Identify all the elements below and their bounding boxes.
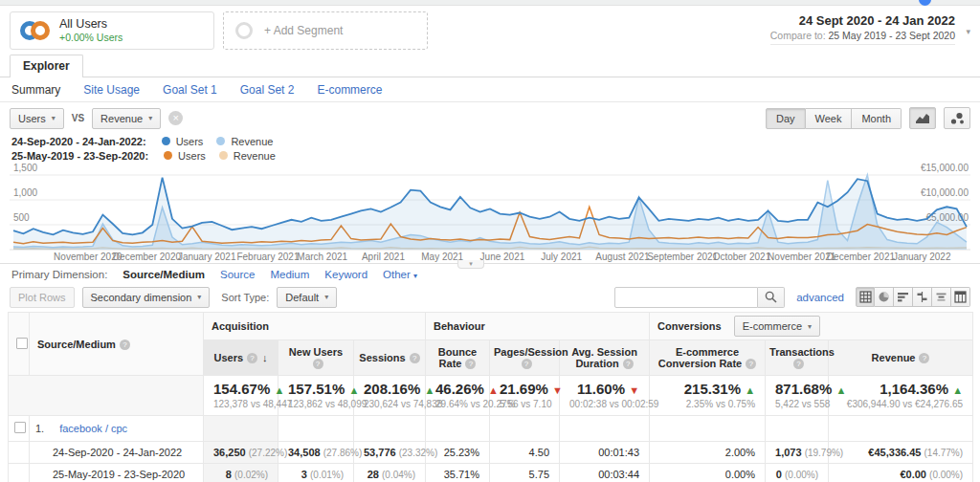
svg-text:December 2020: December 2020 xyxy=(113,252,182,262)
select-all-checkbox[interactable] xyxy=(16,338,28,349)
sort-type-dropdown[interactable]: Default ▾ xyxy=(277,287,337,308)
conversions-goal-value: E-commerce xyxy=(743,320,802,332)
dimension-source-medium[interactable]: Source/Medium xyxy=(122,269,205,280)
help-icon[interactable]: ? xyxy=(247,353,257,363)
dimension-keyword[interactable]: Keyword xyxy=(324,269,368,280)
pivot-view-button[interactable] xyxy=(951,287,970,307)
timeline-chart-area[interactable]: 500€5,000.001,000€10,000.001,500€15,000.… xyxy=(0,162,980,263)
segment-ring-gray-icon xyxy=(235,22,253,39)
chevron-down-icon: ▾ xyxy=(324,293,328,301)
column-header-new-users[interactable]: New Users? xyxy=(278,340,354,376)
chevron-down-icon: ▾ xyxy=(52,114,56,122)
column-header-ecommerce-conversion-rate[interactable]: E-commerce Conversion Rate? xyxy=(650,340,766,376)
svg-text:1,500: 1,500 xyxy=(13,163,37,173)
help-icon[interactable]: ? xyxy=(746,359,756,369)
plot-rows-button[interactable]: Plot Rows xyxy=(10,287,75,308)
compare-value: 25 May 2019 - 23 Sept 2020 xyxy=(828,30,955,41)
dimension-other-dropdown[interactable]: Other ▾ xyxy=(383,269,417,280)
timeline-chart[interactable]: 500€5,000.001,000€10,000.001,500€15,000.… xyxy=(10,162,970,263)
help-icon[interactable]: ? xyxy=(410,353,420,363)
add-segment-button[interactable]: + Add Segment xyxy=(223,11,428,50)
segment-all-users[interactable]: All Users +0.00% Users xyxy=(10,11,214,50)
date-range-selector[interactable]: 24 Sept 2020 - 24 Jan 2022 Compare to: 2… xyxy=(770,13,955,45)
column-header-bounce-rate[interactable]: Bounce Rate? xyxy=(426,340,490,376)
column-header-source-medium[interactable]: Source/Medium? xyxy=(30,313,204,376)
data-table-view-button[interactable] xyxy=(856,287,875,307)
cell-sessions: 53,776 (23.32%) xyxy=(354,442,426,464)
cell-pages-session: 5.75 xyxy=(490,464,560,482)
metric-b-label: Revenue xyxy=(100,113,143,124)
subtab-summary[interactable]: Summary xyxy=(11,83,60,95)
tab-explorer[interactable]: Explorer xyxy=(10,55,83,77)
ecr-header-label: E-commerce Conversion Rate xyxy=(658,346,742,369)
up-arrow-icon: ▲ xyxy=(835,384,846,396)
term-cloud-icon xyxy=(935,291,947,303)
dimension-source[interactable]: Source xyxy=(220,269,255,280)
percentage-view-button[interactable] xyxy=(875,287,894,307)
date-range-caret-icon[interactable]: ▾ xyxy=(966,27,970,36)
svg-text:€10,000.00: €10,000.00 xyxy=(921,187,969,198)
chart-legend: 24-Sep-2020 - 24-Jan-2022: Users Revenue… xyxy=(0,133,980,162)
advanced-search-link[interactable]: advanced xyxy=(796,292,844,303)
totals-ecommerce-conversion-rate: 215.31% ▲2.35% vs 0.75% xyxy=(650,376,766,416)
granularity-week-button[interactable]: Week xyxy=(806,108,853,129)
column-header-pages-session[interactable]: Pages/Session? xyxy=(490,340,560,376)
period-label: 25-May-2019 - 23-Sep-2020 xyxy=(30,464,204,482)
svg-text:August 2021: August 2021 xyxy=(595,252,650,262)
svg-text:December 2021: December 2021 xyxy=(827,252,896,262)
vs-label: VS xyxy=(72,113,84,123)
remove-metric-icon[interactable]: × xyxy=(168,111,183,125)
dimension-medium[interactable]: Medium xyxy=(270,269,309,280)
help-icon[interactable]: ? xyxy=(120,340,130,350)
column-header-transactions[interactable]: Transactions? xyxy=(766,340,829,376)
help-icon[interactable]: ? xyxy=(793,359,804,369)
subtab-goal-set-1[interactable]: Goal Set 1 xyxy=(163,83,217,95)
help-icon[interactable]: ? xyxy=(623,359,634,369)
help-icon[interactable]: ? xyxy=(465,359,476,369)
term-cloud-view-button[interactable] xyxy=(932,287,951,307)
line-chart-view-button[interactable] xyxy=(909,107,936,129)
row-checkbox[interactable] xyxy=(14,422,26,433)
secondary-dimension-dropdown[interactable]: Secondary dimension ▾ xyxy=(82,287,211,308)
search-button[interactable] xyxy=(758,287,785,308)
motion-chart-view-button[interactable] xyxy=(944,107,970,129)
svg-text:500: 500 xyxy=(13,212,30,223)
cell-users: 36,250 (27.22%) xyxy=(204,442,278,464)
subtab-ecommerce[interactable]: E-commerce xyxy=(317,83,382,95)
cell-new-users: 3 (0.01%) xyxy=(278,464,354,482)
table-grid-icon xyxy=(859,291,872,303)
column-header-users[interactable]: Users?↓ xyxy=(204,340,278,376)
column-header-sessions[interactable]: Sessions? xyxy=(354,340,426,376)
transactions-header-label: Transactions xyxy=(769,346,835,358)
granularity-day-button[interactable]: Day xyxy=(766,108,806,129)
column-header-revenue[interactable]: Revenue? xyxy=(829,340,973,376)
up-arrow-icon: ▲ xyxy=(274,384,284,396)
chevron-down-icon: ▾ xyxy=(148,114,152,122)
column-header-avg-session-duration[interactable]: Avg. Session Duration? xyxy=(560,340,650,376)
totals-row: 154.67% ▲123,378 vs 48,447 157.51% ▲123,… xyxy=(9,376,973,416)
comparison-view-button[interactable] xyxy=(913,287,932,307)
conversions-goal-dropdown[interactable]: E-commerce ▾ xyxy=(734,316,820,337)
period-label: 24-Sep-2020 - 24-Jan-2022 xyxy=(30,442,204,464)
totals-sessions: 208.16% ▲230,624 vs 74,838 xyxy=(354,376,426,416)
performance-view-button[interactable] xyxy=(894,287,913,307)
help-icon[interactable]: ? xyxy=(522,359,532,369)
legend-dot-users-previous-icon xyxy=(164,151,172,160)
area-chart-icon xyxy=(915,112,930,124)
chart-collapse-toggle[interactable]: ▾ xyxy=(457,260,484,269)
help-icon[interactable]: ? xyxy=(313,359,323,369)
metric-a-dropdown[interactable]: Users ▾ xyxy=(10,108,64,129)
chart-controls: Users ▾ VS Revenue ▾ × Day Week Month xyxy=(0,102,980,133)
subtab-goal-set-2[interactable]: Goal Set 2 xyxy=(240,83,295,95)
subtab-site-usage[interactable]: Site Usage xyxy=(83,83,140,95)
help-icon[interactable]: ? xyxy=(919,353,929,363)
down-arrow-icon: ▼ xyxy=(629,384,639,396)
source-medium-link[interactable]: facebook / cpc xyxy=(59,423,127,434)
svg-text:January 2022: January 2022 xyxy=(893,252,951,262)
granularity-month-button[interactable]: Month xyxy=(852,108,902,129)
up-arrow-icon: ▲ xyxy=(745,384,755,396)
search-input[interactable] xyxy=(614,287,758,308)
legend-revenue-current: Revenue xyxy=(231,136,273,147)
metric-b-dropdown[interactable]: Revenue ▾ xyxy=(92,108,161,129)
metric-a-label: Users xyxy=(18,113,46,124)
